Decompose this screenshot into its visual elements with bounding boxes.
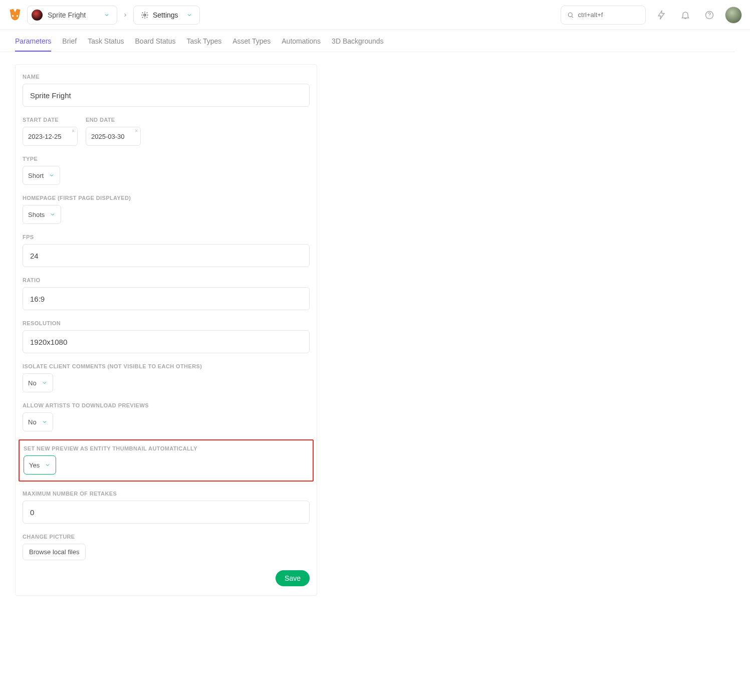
chevron-down-icon bbox=[49, 172, 55, 178]
fps-input[interactable] bbox=[23, 244, 310, 267]
gear-icon bbox=[141, 11, 149, 19]
field-fps: FPS bbox=[23, 234, 310, 267]
ratio-label: Ratio bbox=[23, 277, 310, 283]
homepage-label: Homepage (first page displayed) bbox=[23, 195, 310, 201]
field-name: Name bbox=[23, 74, 310, 107]
bell-icon bbox=[680, 10, 690, 20]
chevron-down-icon bbox=[42, 419, 48, 425]
homepage-select[interactable]: Shots bbox=[23, 205, 61, 224]
chevron-down-icon bbox=[104, 12, 110, 18]
chevron-right-icon bbox=[122, 12, 128, 18]
max-retakes-input[interactable] bbox=[23, 501, 310, 524]
tab-task-types[interactable]: Task Types bbox=[186, 38, 221, 52]
change-picture-label: Change Picture bbox=[23, 534, 310, 540]
field-resolution: Resolution bbox=[23, 320, 310, 353]
breadcrumb-separator bbox=[122, 12, 128, 18]
homepage-value: Shots bbox=[28, 211, 45, 218]
search-icon bbox=[567, 11, 574, 19]
news-button[interactable] bbox=[653, 7, 670, 24]
project-name: Sprite Fright bbox=[48, 11, 99, 19]
type-select[interactable]: Short bbox=[23, 166, 60, 185]
start-date-input[interactable] bbox=[23, 127, 78, 146]
end-date-label: End Date bbox=[86, 117, 141, 123]
bolt-icon bbox=[656, 10, 666, 20]
allow-download-value: No bbox=[28, 418, 37, 426]
browse-files-button[interactable]: Browse local files bbox=[23, 544, 86, 560]
project-avatar bbox=[32, 10, 43, 21]
field-change-picture: Change Picture Browse local files bbox=[23, 534, 310, 560]
svg-point-1 bbox=[568, 13, 572, 17]
type-value: Short bbox=[28, 172, 44, 179]
auto-thumb-value: Yes bbox=[29, 461, 40, 469]
fox-icon bbox=[8, 8, 22, 22]
help-icon bbox=[704, 10, 714, 20]
name-label: Name bbox=[23, 74, 310, 80]
project-selector[interactable]: Sprite Fright bbox=[27, 6, 117, 25]
save-button[interactable]: Save bbox=[276, 570, 310, 586]
auto-thumb-label: Set new preview as entity thumbnail auto… bbox=[24, 445, 309, 451]
ratio-input[interactable] bbox=[23, 287, 310, 310]
tab-board-status[interactable]: Board Status bbox=[135, 38, 176, 52]
app-logo[interactable] bbox=[8, 8, 22, 22]
name-input[interactable] bbox=[23, 84, 310, 107]
highlighted-setting: Set new preview as entity thumbnail auto… bbox=[19, 439, 314, 482]
tab-task-status[interactable]: Task Status bbox=[88, 38, 124, 52]
field-end-date: End Date × bbox=[86, 117, 141, 146]
svg-point-0 bbox=[144, 14, 146, 16]
clear-start-date[interactable]: × bbox=[72, 128, 75, 134]
field-type: Type Short bbox=[23, 156, 310, 185]
isolate-select[interactable]: No bbox=[23, 373, 53, 392]
fps-label: FPS bbox=[23, 234, 310, 240]
tab-parameters[interactable]: Parameters bbox=[15, 38, 51, 52]
topbar: Sprite Fright Settings bbox=[0, 0, 750, 30]
parameters-panel: Name Start Date × End Date × Type Short … bbox=[15, 64, 317, 596]
field-max-retakes: Maximum number of retakes bbox=[23, 491, 310, 524]
allow-download-label: Allow artists to download previews bbox=[23, 402, 310, 408]
tab-asset-types[interactable]: Asset Types bbox=[232, 38, 271, 52]
clear-end-date[interactable]: × bbox=[135, 128, 138, 134]
isolate-value: No bbox=[28, 379, 37, 387]
type-label: Type bbox=[23, 156, 310, 162]
auto-thumb-select[interactable]: Yes bbox=[24, 455, 56, 475]
allow-download-select[interactable]: No bbox=[23, 412, 53, 431]
isolate-label: Isolate client comments (not visible to … bbox=[23, 363, 310, 369]
notifications-button[interactable] bbox=[677, 7, 694, 24]
tab-automations[interactable]: Automations bbox=[282, 38, 321, 52]
chevron-down-icon bbox=[186, 12, 192, 18]
field-allow-download: Allow artists to download previews No bbox=[23, 402, 310, 431]
settings-tabs: Parameters Brief Task Status Board Statu… bbox=[0, 30, 735, 52]
max-retakes-label: Maximum number of retakes bbox=[23, 491, 310, 497]
field-start-date: Start Date × bbox=[23, 117, 78, 146]
resolution-label: Resolution bbox=[23, 320, 310, 326]
chevron-down-icon bbox=[42, 380, 48, 386]
tab-brief[interactable]: Brief bbox=[62, 38, 77, 52]
section-label: Settings bbox=[153, 11, 178, 19]
tab-3d-backgrounds[interactable]: 3D Backgrounds bbox=[332, 38, 384, 52]
search-input[interactable] bbox=[578, 11, 639, 19]
help-button[interactable] bbox=[701, 7, 718, 24]
resolution-input[interactable] bbox=[23, 330, 310, 353]
user-avatar[interactable] bbox=[725, 7, 742, 24]
field-auto-thumbnail: Set new preview as entity thumbnail auto… bbox=[24, 445, 309, 475]
section-selector[interactable]: Settings bbox=[133, 6, 200, 25]
field-homepage: Homepage (first page displayed) Shots bbox=[23, 195, 310, 224]
field-ratio: Ratio bbox=[23, 277, 310, 310]
start-date-label: Start Date bbox=[23, 117, 78, 123]
field-isolate-comments: Isolate client comments (not visible to … bbox=[23, 363, 310, 392]
chevron-down-icon bbox=[50, 211, 56, 217]
chevron-down-icon bbox=[45, 462, 51, 468]
global-search[interactable] bbox=[561, 6, 646, 25]
end-date-input[interactable] bbox=[86, 127, 141, 146]
